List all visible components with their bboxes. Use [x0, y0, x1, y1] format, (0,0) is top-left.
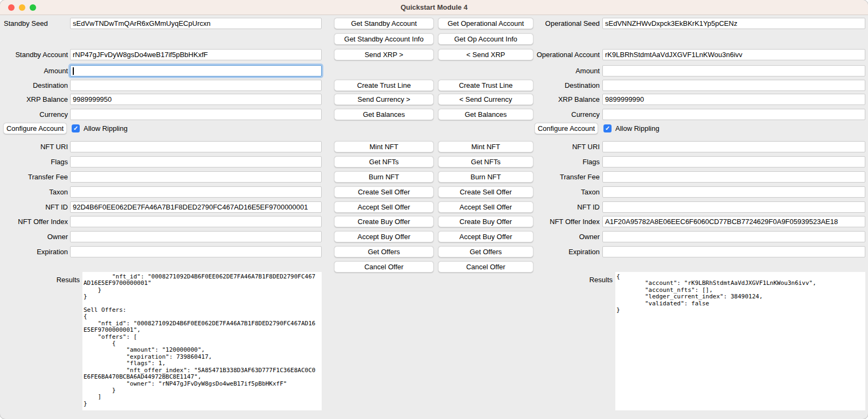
standby-account-field[interactable]: rNP47gJFvDyW8gsDo4weB17if5pBbHKxfF	[70, 49, 322, 60]
standby-nft-offer-index-field[interactable]	[70, 216, 322, 227]
checkbox-check-icon: ✓	[605, 125, 610, 131]
send-xrp-standby-button[interactable]: Send XRP >	[334, 49, 434, 60]
configure-account-operational-button[interactable]: Configure Account	[534, 123, 598, 134]
operational-flags-label: Flags	[536, 156, 600, 167]
standby-results-text[interactable]: "nft_id": "0008271092D4B6F0EE062DE7FA46A…	[82, 272, 322, 410]
text-cursor	[73, 67, 74, 75]
cancel-offer-operational-button[interactable]: Cancel Offer	[438, 261, 533, 273]
allow-rippling-standby-checkbox[interactable]: ✓	[72, 124, 80, 132]
create-trust-line-standby-button[interactable]: Create Trust Line	[334, 80, 434, 91]
operational-seed-label: Operational Seed	[536, 18, 600, 29]
operational-nft-offer-index-label: NFT Offer Index	[536, 216, 600, 227]
standby-xrp-balance-label: XRP Balance	[0, 94, 68, 105]
send-xrp-operational-button[interactable]: < Send XRP	[438, 49, 533, 60]
titlebar: Quickstart Module 4	[0, 0, 868, 15]
get-offers-operational-button[interactable]: Get Offers	[438, 246, 533, 257]
operational-seed-field[interactable]: sEdVNNZHWvDxpck3EkBKrK1Yp5pCENz	[602, 18, 865, 29]
get-nfts-standby-button[interactable]: Get NFTs	[334, 156, 434, 167]
operational-account-field[interactable]: rK9LBRhStdmtAaVdJXGVF1LnKWou3n6ivv	[602, 49, 865, 60]
send-currency-standby-button[interactable]: Send Currency >	[334, 94, 434, 105]
get-offers-standby-button[interactable]: Get Offers	[334, 246, 434, 257]
standby-expiration-label: Expiration	[0, 246, 68, 257]
standby-expiration-field[interactable]	[70, 246, 322, 257]
operational-flags-field[interactable]	[602, 156, 865, 167]
standby-account-label: Standby Account	[0, 49, 68, 60]
standby-nft-offer-index-label: NFT Offer Index	[0, 216, 68, 227]
operational-results-label: Results	[536, 274, 613, 285]
create-sell-offer-standby-button[interactable]: Create Sell Offer	[334, 186, 434, 198]
standby-nft-id-field[interactable]: 92D4B6F0EE062DE7FA46A7B1F8DED2790FC467AD…	[70, 201, 322, 213]
operational-currency-label: Currency	[536, 109, 600, 120]
create-buy-offer-standby-button[interactable]: Create Buy Offer	[334, 216, 434, 227]
accept-sell-offer-standby-button[interactable]: Accept Sell Offer	[334, 201, 434, 213]
standby-seed-field[interactable]: sEdVwTNDwTmQArR6xGMmUyqECpUrcxn	[70, 18, 322, 29]
operational-xrp-balance-label: XRP Balance	[536, 94, 600, 105]
mint-nft-standby-button[interactable]: Mint NFT	[334, 141, 434, 152]
window-title: Quickstart Module 4	[0, 0, 868, 15]
cancel-offer-standby-button[interactable]: Cancel Offer	[334, 261, 434, 273]
allow-rippling-operational-label: Allow Rippling	[615, 123, 659, 134]
operational-taxon-field[interactable]	[602, 186, 865, 198]
get-nfts-operational-button[interactable]: Get NFTs	[438, 156, 533, 167]
operational-currency-field[interactable]	[602, 109, 865, 120]
create-sell-offer-operational-button[interactable]: Create Sell Offer	[438, 186, 533, 198]
operational-transfer-fee-field[interactable]	[602, 171, 865, 183]
get-balances-operational-button[interactable]: Get Balances	[438, 109, 533, 120]
create-trust-line-operational-button[interactable]: Create Trust Line	[438, 80, 533, 91]
operational-nft-offer-index-field[interactable]: A1F20A95782A8E06EEC6F6060CD77BCB7724629F…	[602, 216, 865, 227]
standby-nft-uri-label: NFT URI	[0, 141, 68, 152]
operational-owner-label: Owner	[536, 231, 600, 242]
accept-buy-offer-standby-button[interactable]: Accept Buy Offer	[334, 231, 434, 242]
operational-results-text[interactable]: { "account": "rK9LBRhStdmtAaVdJXGVF1LnKW…	[615, 272, 865, 410]
send-currency-operational-button[interactable]: < Send Currency	[438, 94, 533, 105]
operational-owner-field[interactable]	[602, 231, 865, 242]
operational-amount-label: Amount	[536, 65, 600, 76]
operational-taxon-label: Taxon	[536, 186, 600, 198]
operational-account-label: Operational Account	[536, 49, 600, 60]
standby-amount-label: Amount	[0, 65, 68, 76]
standby-transfer-fee-label: Transfer Fee	[0, 171, 68, 183]
standby-flags-field[interactable]	[70, 156, 322, 167]
operational-expiration-label: Expiration	[536, 246, 600, 257]
standby-currency-label: Currency	[0, 109, 68, 120]
operational-expiration-field[interactable]	[602, 246, 865, 257]
standby-xrp-balance-field[interactable]: 9989999950	[70, 94, 322, 105]
accept-sell-offer-operational-button[interactable]: Accept Sell Offer	[438, 201, 533, 213]
operational-amount-field[interactable]	[602, 65, 865, 76]
allow-rippling-standby-label: Allow Rippling	[84, 123, 128, 134]
operational-nft-id-label: NFT ID	[536, 201, 600, 213]
standby-destination-field[interactable]	[70, 80, 322, 91]
standby-results-label: Results	[0, 274, 80, 285]
standby-amount-field[interactable]	[70, 65, 322, 76]
quickstart-window: Quickstart Module 4 Standby Seed sEdVwTN…	[0, 0, 868, 419]
configure-account-standby-button[interactable]: Configure Account	[3, 123, 67, 134]
operational-nft-uri-label: NFT URI	[536, 141, 600, 152]
create-buy-offer-operational-button[interactable]: Create Buy Offer	[438, 216, 533, 227]
checkbox-check-icon: ✓	[73, 125, 78, 131]
standby-transfer-fee-field[interactable]	[70, 171, 322, 183]
get-standby-account-button[interactable]: Get Standby Account	[334, 18, 434, 29]
burn-nft-operational-button[interactable]: Burn NFT	[438, 171, 533, 183]
burn-nft-standby-button[interactable]: Burn NFT	[334, 171, 434, 183]
get-operational-account-button[interactable]: Get Operational Account	[438, 18, 533, 29]
standby-flags-label: Flags	[0, 156, 68, 167]
mint-nft-operational-button[interactable]: Mint NFT	[438, 141, 533, 152]
allow-rippling-operational-checkbox[interactable]: ✓	[603, 124, 612, 132]
operational-destination-label: Destination	[536, 80, 600, 91]
standby-owner-field[interactable]	[70, 231, 322, 242]
operational-transfer-fee-label: Transfer Fee	[536, 171, 600, 183]
operational-destination-field[interactable]	[602, 80, 865, 91]
standby-nft-id-label: NFT ID	[0, 201, 68, 213]
operational-nft-uri-field[interactable]	[602, 141, 865, 152]
accept-buy-offer-operational-button[interactable]: Accept Buy Offer	[438, 231, 533, 242]
get-op-account-info-button[interactable]: Get Op Account Info	[438, 33, 533, 45]
operational-nft-id-field[interactable]	[602, 201, 865, 213]
get-standby-account-info-button[interactable]: Get Standby Account Info	[334, 33, 434, 45]
operational-xrp-balance-field[interactable]: 9899999990	[602, 94, 865, 105]
standby-destination-label: Destination	[0, 80, 68, 91]
get-balances-standby-button[interactable]: Get Balances	[334, 109, 434, 120]
standby-nft-uri-field[interactable]	[70, 141, 322, 152]
standby-currency-field[interactable]	[70, 109, 322, 120]
standby-owner-label: Owner	[0, 231, 68, 242]
standby-taxon-field[interactable]	[70, 186, 322, 198]
